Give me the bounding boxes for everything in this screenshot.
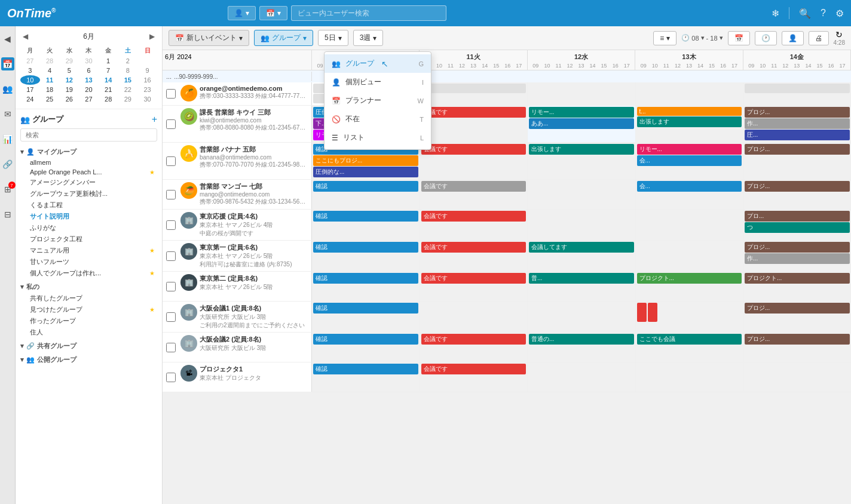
event[interactable]: リモー...: [637, 144, 742, 155]
cal-day[interactable]: 7: [99, 66, 118, 75]
cal-day[interactable]: 28: [40, 56, 60, 66]
event[interactable]: プロジ...: [745, 242, 850, 253]
event[interactable]: 作...: [745, 118, 850, 129]
event[interactable]: 会議です: [421, 273, 526, 284]
event[interactable]: 会...: [637, 155, 742, 166]
cal-day[interactable]: 29: [59, 56, 79, 66]
collapse-sidebar-btn[interactable]: ◀: [1, 32, 14, 45]
dropdown-item-group[interactable]: 👥 グループ ↖ G: [325, 54, 431, 73]
day-cell[interactable]: 会議です: [420, 362, 528, 392]
day-cell[interactable]: [420, 82, 528, 105]
calendar-select-btn[interactable]: 📅 ▾: [259, 6, 287, 20]
day-cell[interactable]: [528, 82, 636, 105]
group-item-active[interactable]: サイト説明用: [20, 211, 157, 222]
resource-checkbox[interactable]: [166, 251, 176, 261]
day-cell[interactable]: 会議です: [420, 106, 528, 142]
event[interactable]: プロジクト...: [637, 273, 742, 284]
cal-day[interactable]: 30: [137, 94, 157, 104]
event[interactable]: 確認: [313, 303, 418, 314]
group-item[interactable]: 個人でグループは作れ... ★: [20, 268, 157, 279]
cal-day[interactable]: 28: [99, 94, 118, 104]
cal-day[interactable]: 23: [137, 85, 157, 94]
day-cell[interactable]: 確認: [312, 210, 420, 240]
event[interactable]: 圧...: [745, 130, 850, 140]
cal-day[interactable]: 29: [118, 94, 138, 104]
resource-checkbox[interactable]: [166, 343, 176, 352]
event[interactable]: 確認: [313, 334, 418, 345]
cal-day[interactable]: 8: [118, 66, 138, 75]
cal-day[interactable]: 25: [40, 94, 60, 104]
cal-day[interactable]: 18: [40, 85, 60, 94]
event[interactable]: 会議してます: [529, 242, 634, 253]
cal-day[interactable]: 17: [20, 85, 40, 94]
refresh-icon[interactable]: ↻: [835, 30, 843, 39]
day-cell[interactable]: 普...: [528, 272, 636, 301]
settings-icon[interactable]: ⚙: [835, 8, 844, 19]
group-item[interactable]: allmem: [20, 158, 157, 167]
profile-btn[interactable]: 👤: [782, 31, 804, 45]
group-item[interactable]: グループウェア更新検討...: [20, 188, 157, 199]
group-search-input[interactable]: [20, 128, 157, 142]
date-picker-btn[interactable]: 📅: [728, 31, 750, 45]
my-groups-header[interactable]: ▾ 👤 マイグループ: [20, 146, 157, 158]
day-cell[interactable]: 会議です: [420, 241, 528, 271]
day-cell[interactable]: 確認: [312, 333, 420, 362]
days-select-btn[interactable]: 5日 ▾: [318, 30, 348, 46]
private-groups-header[interactable]: ▾ 私の: [20, 281, 157, 293]
day-cell[interactable]: 普通の...: [528, 333, 636, 362]
group-item[interactable]: 甘いフルーツ: [20, 256, 157, 268]
day-cell[interactable]: プロジ...: [743, 333, 851, 362]
cal-day[interactable]: 22: [118, 85, 138, 94]
cal-day[interactable]: 1: [99, 56, 118, 66]
event[interactable]: 会議です: [421, 144, 526, 155]
event[interactable]: 普通の...: [529, 334, 634, 345]
cal-day[interactable]: 20: [79, 85, 99, 94]
resource-checkbox[interactable]: [166, 312, 176, 322]
day-cell[interactable]: 会議してます: [528, 241, 636, 271]
weeks-select-btn[interactable]: 3週 ▾: [353, 30, 384, 46]
cal-day-today[interactable]: 10: [20, 75, 40, 85]
day-cell[interactable]: プロジ...: [743, 180, 851, 209]
cal-day[interactable]: 2: [118, 56, 138, 66]
cal-day[interactable]: 15: [118, 75, 138, 85]
dropdown-item-individual[interactable]: 👤 個別ビュー I: [325, 73, 431, 91]
public-groups-header[interactable]: ▾ 👥 公開グループ: [20, 354, 157, 365]
day-cell[interactable]: t... 出張します: [636, 106, 744, 142]
users-sidebar-icon[interactable]: 👥: [1, 82, 14, 96]
snowflake-icon[interactable]: ❄: [772, 8, 779, 19]
day-cell[interactable]: 確認: [312, 180, 420, 209]
event-block[interactable]: [637, 303, 647, 322]
day-cell[interactable]: [636, 241, 744, 271]
cal-day[interactable]: 19: [59, 85, 79, 94]
day-cell[interactable]: プロジ...: [743, 302, 851, 332]
day-cell[interactable]: プロジクト...: [636, 272, 744, 301]
group-item[interactable]: 見つけたグループ ★: [20, 304, 157, 315]
event[interactable]: ああ...: [529, 118, 634, 129]
add-group-btn[interactable]: +: [152, 114, 157, 125]
day-cell[interactable]: 確認: [312, 362, 420, 392]
resource-checkbox[interactable]: [166, 373, 176, 382]
day-cell[interactable]: [528, 362, 636, 392]
grid-sidebar-icon[interactable]: ⊟: [1, 208, 14, 221]
cal-day[interactable]: 6: [79, 66, 99, 75]
event[interactable]: 出張します: [637, 116, 742, 127]
cal-next-btn[interactable]: ▶: [147, 31, 157, 42]
group-item[interactable]: アメージングメンバー: [20, 177, 157, 188]
group-item[interactable]: 共有したグループ: [20, 293, 157, 304]
event[interactable]: 確認: [313, 211, 418, 222]
cal-day[interactable]: 24: [20, 94, 40, 104]
cal-day[interactable]: 26: [59, 94, 79, 104]
event[interactable]: プロジ...: [745, 107, 850, 118]
cal-day[interactable]: 12: [59, 75, 79, 85]
day-cell[interactable]: プロジ... 作...: [743, 241, 851, 271]
cal-day[interactable]: 27: [79, 94, 99, 104]
day-cell[interactable]: プロ... つ: [743, 210, 851, 240]
calendar-sidebar-icon[interactable]: 📅: [1, 57, 14, 70]
event[interactable]: つ: [745, 222, 850, 233]
day-cell[interactable]: [743, 362, 851, 392]
resource-checkbox[interactable]: [166, 89, 176, 99]
event[interactable]: 確認: [313, 181, 418, 192]
group-item[interactable]: 住人: [20, 327, 157, 338]
chart-sidebar-icon[interactable]: 📊: [1, 133, 14, 146]
day-cell[interactable]: [528, 210, 636, 240]
